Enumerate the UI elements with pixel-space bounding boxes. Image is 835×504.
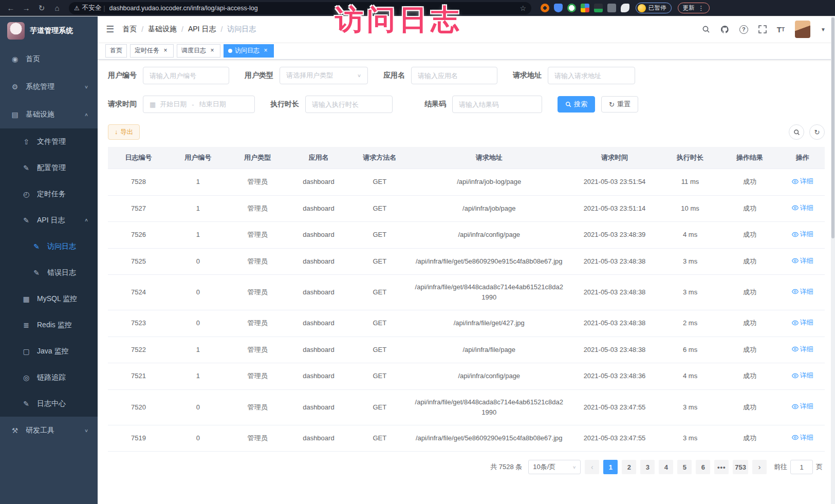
refresh-table-button[interactable]: ↻ — [809, 124, 825, 140]
url-text[interactable]: dashboard.yudao.iocoder.cn/infra/log/api… — [109, 5, 520, 12]
extension-icon-orange[interactable] — [541, 4, 549, 12]
app-name-input[interactable] — [411, 67, 497, 84]
sidebar-item-scheduled-jobs[interactable]: ◴定时任务 — [0, 181, 98, 207]
user-id-input[interactable] — [143, 67, 229, 84]
search-button[interactable]: 搜索 — [558, 96, 595, 113]
security-label[interactable]: 不安全 — [82, 4, 102, 12]
extension-icon-puzzle[interactable] — [621, 4, 629, 12]
reload-icon[interactable]: ↻ — [35, 2, 48, 15]
page-button-4[interactable]: 4 — [659, 460, 673, 474]
sidebar-item-trace[interactable]: ◎链路追踪 — [0, 364, 98, 390]
extension-icon-grid[interactable] — [581, 4, 589, 12]
sidebar-item-error-log[interactable]: ✎错误日志 — [0, 259, 98, 286]
page-button-3[interactable]: 3 — [640, 460, 655, 474]
next-page-button[interactable]: › — [752, 460, 767, 474]
prev-page-button[interactable]: ‹ — [585, 460, 599, 474]
table-cell: 3 ms — [661, 248, 719, 275]
main-area: ☰ 首页/基础设施/API 日志/访问日志 ? TT ▼ — [98, 16, 835, 504]
breadcrumb-item[interactable]: 访问日志 — [227, 25, 256, 34]
duration-input[interactable] — [305, 96, 393, 113]
sidebar-item-java-monitor[interactable]: ▢Java 监控 — [0, 338, 98, 364]
breadcrumb-item[interactable]: API 日志 — [188, 25, 216, 34]
hide-search-button[interactable] — [789, 124, 804, 140]
detail-link[interactable]: 详细 — [792, 256, 813, 266]
reset-button[interactable]: ↻ 重置 — [601, 96, 638, 113]
user-avatar[interactable] — [795, 21, 810, 38]
breadcrumb-item[interactable]: 基础设施 — [148, 25, 177, 34]
detail-link[interactable]: 详细 — [792, 401, 813, 412]
page-button-2[interactable]: 2 — [622, 460, 636, 474]
sidebar-item-file-management[interactable]: ⇧文件管理 — [0, 128, 98, 155]
sidebar-item-log-center[interactable]: ✎日志中心 — [0, 390, 98, 417]
page-button-1[interactable]: 1 — [603, 460, 618, 474]
sidebar-item-config-management[interactable]: ✎配置管理 — [0, 155, 98, 181]
tab-定时任务[interactable]: 定时任务× — [130, 44, 174, 58]
update-button[interactable]: 更新 ⋮ — [678, 3, 710, 13]
search-icon[interactable] — [702, 25, 710, 33]
extension-icon-shield[interactable] — [554, 4, 563, 12]
sidebar-item-system-management[interactable]: ⚙系统管理∨ — [0, 73, 98, 101]
goto-page-input[interactable] — [790, 460, 813, 474]
scrollbar[interactable] — [831, 16, 835, 504]
page-button-5[interactable]: 5 — [677, 460, 692, 474]
export-button[interactable]: ↓ 导出 — [108, 124, 140, 140]
sidebar-item-label: 系统管理 — [26, 82, 54, 91]
detail-link[interactable]: 详细 — [792, 370, 813, 381]
tab-调度日志[interactable]: 调度日志× — [177, 44, 220, 58]
tab-访问日志[interactable]: 访问日志× — [224, 44, 274, 58]
table-cell-actions: 详细 — [780, 425, 825, 452]
question-icon[interactable]: ? — [739, 25, 748, 34]
forward-icon[interactable]: → — [20, 2, 33, 15]
sidebar-item-home[interactable]: ◉首页 — [0, 45, 98, 73]
detail-link[interactable]: 详细 — [792, 203, 813, 213]
tab-首页[interactable]: 首页 — [105, 44, 127, 58]
github-icon[interactable] — [720, 25, 729, 34]
chevron-down-icon: ∨ — [357, 73, 361, 78]
breadcrumb-item[interactable]: 首页 — [122, 25, 137, 34]
table-cell-actions: 详细 — [780, 310, 825, 337]
detail-link[interactable]: 详细 — [792, 229, 813, 239]
sidebar-item-mysql-monitor[interactable]: ▦MySQL 监控 — [0, 286, 98, 312]
start-date-placeholder: 开始日期 — [160, 100, 187, 109]
address-bar[interactable]: ⚠ 不安全 | dashboard.yudao.iocoder.cn/infra… — [69, 2, 531, 14]
paused-badge[interactable]: 已暂停 — [636, 3, 672, 13]
home-icon[interactable]: ⌂ — [50, 2, 64, 15]
detail-link[interactable]: 详细 — [792, 344, 813, 354]
sidebar-item-dev-tools[interactable]: ⚒研发工具∨ — [0, 417, 98, 444]
hamburger-icon[interactable]: ☰ — [98, 24, 122, 35]
sidebar-item-label: API 日志 — [37, 216, 65, 225]
caret-down-icon[interactable]: ▼ — [821, 27, 826, 32]
page-button-6[interactable]: 6 — [696, 460, 710, 474]
extension-icon-dark-badge[interactable] — [594, 4, 603, 12]
result-code-input[interactable] — [452, 96, 542, 113]
page-ellipsis[interactable]: ••• — [714, 460, 729, 474]
font-size-icon[interactable]: TT — [777, 25, 785, 34]
timer-icon: ◴ — [22, 190, 31, 198]
sidebar-item-api-log[interactable]: ✎API 日志∧ — [0, 207, 98, 233]
user-type-select[interactable]: 请选择用户类型 ∨ — [280, 67, 368, 84]
bookmark-star-icon[interactable]: ☆ — [519, 4, 526, 12]
table-cell: 管理员 — [227, 425, 288, 452]
detail-link[interactable]: 详细 — [792, 176, 813, 186]
extension-icon-green-swirl[interactable] — [567, 4, 576, 12]
sidebar-item-redis-monitor[interactable]: ≣Redis 监控 — [0, 312, 98, 338]
browser-menu-icon[interactable]: ⋮ — [698, 5, 704, 12]
result-code-label: 结果码 — [424, 100, 446, 109]
sidebar-item-access-log[interactable]: ✎访问日志 — [0, 233, 98, 259]
fullscreen-icon[interactable] — [758, 25, 767, 33]
detail-link[interactable]: 详细 — [792, 287, 813, 297]
close-icon[interactable]: × — [209, 47, 216, 54]
detail-link[interactable]: 详细 — [792, 433, 813, 443]
detail-link[interactable]: 详细 — [792, 318, 813, 328]
date-range-picker[interactable]: ▦ 开始日期 - 结束日期 — [143, 96, 255, 113]
logo-row[interactable]: 芋道管理系统 — [0, 16, 98, 45]
sidebar-item-infrastructure[interactable]: ▤基础设施∧ — [0, 101, 98, 128]
page-button-753[interactable]: 753 — [733, 460, 748, 474]
scrollbar-thumb[interactable] — [831, 17, 834, 238]
close-icon[interactable]: × — [162, 47, 169, 54]
request-url-input[interactable] — [548, 67, 635, 84]
extension-icon-gray[interactable] — [607, 4, 616, 12]
page-size-select[interactable]: 10条/页 ∨ — [528, 460, 581, 474]
close-icon[interactable]: × — [262, 47, 269, 54]
back-icon[interactable]: ← — [4, 2, 17, 15]
